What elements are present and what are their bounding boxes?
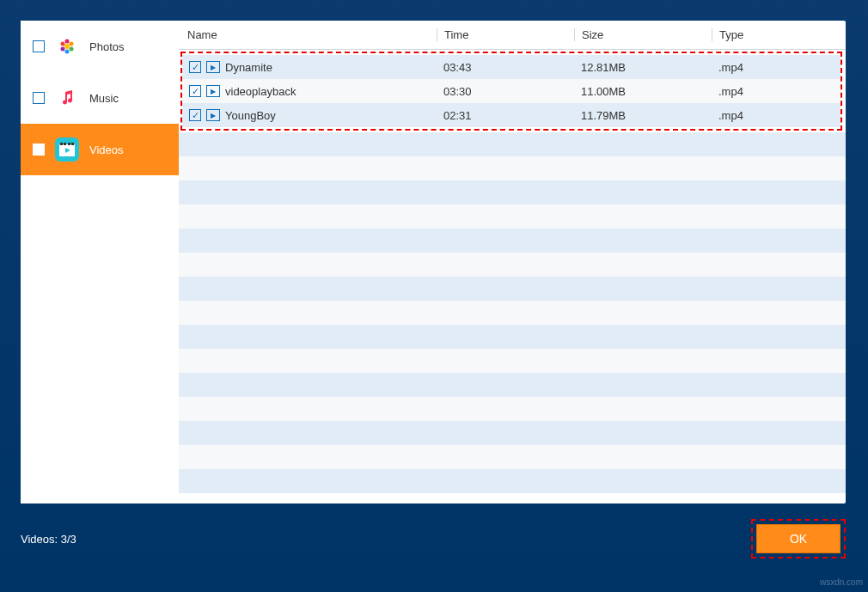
svg-point-3	[70, 47, 74, 52]
file-size: 12.81MB	[574, 61, 712, 74]
table-header: Name Time Size Type	[179, 21, 846, 50]
video-file-icon	[206, 109, 220, 121]
photos-icon	[55, 34, 79, 58]
svg-rect-9	[64, 143, 66, 145]
file-size: 11.00MB	[574, 85, 712, 98]
svg-point-0	[64, 44, 70, 49]
file-size: 11.79MB	[574, 109, 712, 122]
sidebar-item-photos[interactable]: Photos	[21, 21, 179, 72]
empty-rows	[179, 132, 846, 504]
checkbox-icon[interactable]	[189, 109, 201, 121]
table-row[interactable]: videoplayback 03:30 11.00MB .mp4	[182, 79, 840, 103]
sidebar-item-label: Music	[89, 92, 119, 105]
header-name[interactable]: Name	[179, 28, 437, 41]
file-name: Dynamite	[225, 61, 272, 74]
file-type: .mp4	[712, 61, 840, 74]
header-size[interactable]: Size	[574, 28, 712, 41]
header-time[interactable]: Time	[437, 28, 574, 41]
footer: Videos: 3/3 OK	[21, 519, 846, 558]
svg-rect-8	[60, 143, 63, 145]
file-name: YoungBoy	[225, 109, 276, 122]
file-name: videoplayback	[225, 85, 296, 98]
svg-point-4	[65, 50, 70, 54]
content-area: Name Time Size Type Dynamite 03:43 12.81…	[179, 21, 846, 504]
svg-point-5	[61, 47, 65, 52]
sidebar: Photos Music Videos	[21, 21, 179, 504]
ok-highlight: OK	[751, 519, 846, 558]
sidebar-item-label: Photos	[89, 40, 124, 53]
table-row[interactable]: Dynamite 03:43 12.81MB .mp4	[182, 55, 840, 79]
ok-button[interactable]: OK	[756, 524, 840, 553]
video-file-icon	[206, 85, 220, 97]
watermark: wsxdn.com	[820, 577, 863, 587]
sidebar-item-label: Videos	[89, 143, 124, 156]
sidebar-item-music[interactable]: Music	[21, 72, 179, 124]
file-time: 02:31	[437, 109, 574, 122]
sidebar-item-videos[interactable]: Videos	[21, 124, 179, 175]
video-file-icon	[206, 61, 220, 73]
checkbox-icon[interactable]	[33, 92, 45, 104]
checkbox-icon[interactable]	[189, 85, 201, 97]
file-type: .mp4	[712, 85, 840, 98]
checkbox-icon[interactable]	[33, 40, 45, 52]
file-type: .mp4	[712, 109, 840, 122]
svg-point-6	[61, 42, 65, 46]
svg-point-2	[70, 42, 74, 46]
table-row[interactable]: YoungBoy 02:31 11.79MB .mp4	[182, 103, 840, 127]
status-text: Videos: 3/3	[21, 533, 76, 546]
svg-rect-11	[71, 143, 74, 145]
checkbox-icon[interactable]	[189, 61, 201, 73]
file-time: 03:30	[437, 85, 574, 98]
svg-point-1	[65, 40, 70, 44]
header-type[interactable]: Type	[712, 28, 846, 41]
file-time: 03:43	[437, 61, 574, 74]
videos-icon	[55, 137, 79, 162]
selection-highlight: Dynamite 03:43 12.81MB .mp4 videoplaybac…	[180, 52, 842, 131]
checkbox-icon[interactable]	[33, 143, 45, 156]
main-panel: Photos Music Videos Name Time Size Type	[21, 21, 846, 504]
svg-rect-10	[68, 143, 70, 145]
music-icon	[55, 86, 79, 110]
